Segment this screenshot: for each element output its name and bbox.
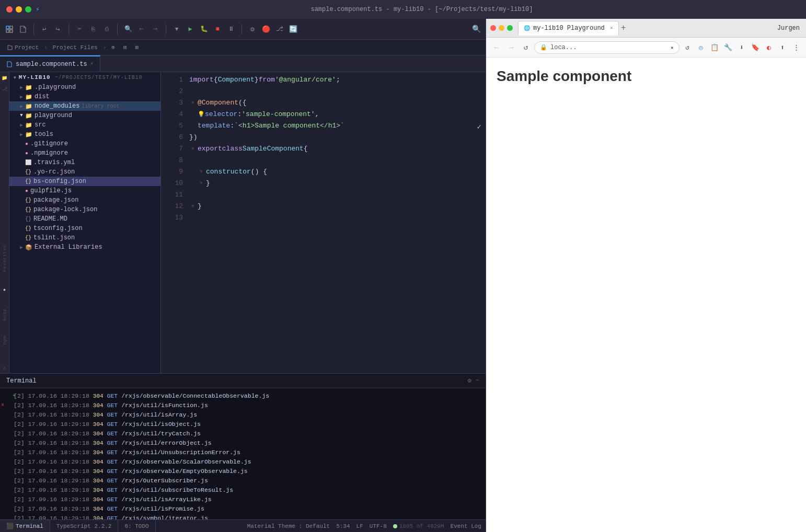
tree-item-tsconfig[interactable]: {} tsconfig.json <box>9 224 160 233</box>
debug-icon[interactable]: 🐛 <box>199 24 209 34</box>
browser-new-tab-btn[interactable]: + <box>621 24 626 33</box>
paste-icon[interactable]: ⎙ <box>101 24 112 34</box>
activity-project-icon[interactable]: 📁 <box>2 75 7 81</box>
activity-vcs-icon[interactable]: ⎇ <box>2 86 7 92</box>
angular-core-string: '@angular/core' <box>275 74 336 86</box>
alert-icon[interactable]: 🔴 <box>261 24 271 34</box>
run-button[interactable]: ▶ <box>185 24 195 34</box>
fold-btn-9[interactable]: ▼ <box>198 168 205 176</box>
browser-back-btn[interactable]: ← <box>490 41 503 54</box>
bottom-tab-terminal[interactable]: ⬛ Terminal <box>0 520 50 532</box>
tree-item-packageJson[interactable]: {} package.json <box>9 195 160 205</box>
search-icon[interactable]: 🔍 <box>123 24 133 34</box>
refresh-icon[interactable]: 🔄 <box>288 24 298 34</box>
tree-arrow-playground-dir: ▼ <box>18 113 25 118</box>
undo-icon[interactable]: ↩ <box>39 24 50 34</box>
pause-icon[interactable]: ⏸ <box>226 24 236 34</box>
activity-npm-label: npm <box>2 336 7 344</box>
tree-item-dist[interactable]: ▶ 📁 dist <box>9 92 160 101</box>
settings-icon[interactable]: ⚙ <box>247 24 258 34</box>
tree-root-header[interactable]: ▼ my-lib10 ~/Projects/test/my-lib10 <box>9 72 160 83</box>
stop-button[interactable]: ■ <box>212 24 223 34</box>
file-icon[interactable] <box>18 24 28 34</box>
tree-item-gitignore[interactable]: ● .gitignore <box>9 139 160 148</box>
term-line-13: [2] 17.09.16 18:29:18 304 GET /rxjs/util… <box>14 504 479 514</box>
copy-icon[interactable]: ⎘ <box>88 24 98 34</box>
status-theme[interactable]: Material Theme : Default <box>247 523 330 529</box>
back-icon[interactable]: ← <box>136 24 147 34</box>
browser-ext-icon-2[interactable]: ◎ <box>695 42 707 53</box>
browser-ext-icon-3[interactable]: 📋 <box>709 42 720 53</box>
nav-add[interactable]: ⊕ <box>108 43 118 52</box>
tree-root-arrow: ▼ <box>14 75 17 80</box>
terminal-settings-icon[interactable]: ⚙ <box>468 377 471 385</box>
browser-menu-btn[interactable]: ⋮ <box>790 42 802 53</box>
browser-ext-icon-6[interactable]: 🔖 <box>750 42 761 53</box>
term-add-icon: + <box>13 391 16 401</box>
redo-icon[interactable]: ↪ <box>53 24 63 34</box>
tree-label-readme: README.MD <box>33 215 67 223</box>
fold-btn-7[interactable]: ▼ <box>189 145 197 153</box>
cut-icon[interactable]: ✂ <box>74 24 85 34</box>
bottom-tab-todo[interactable]: 6: TODO <box>118 520 155 532</box>
nav-project[interactable]: Project <box>4 43 42 52</box>
tree-item-npmignore[interactable]: ● .npmignore <box>9 148 160 158</box>
status-position[interactable]: 5:34 <box>336 523 350 529</box>
forward-icon[interactable]: → <box>150 24 160 34</box>
browser-ext-icon-7[interactable]: ◐ <box>763 42 775 53</box>
minimize-button[interactable] <box>16 6 22 13</box>
code-line-11 <box>187 189 475 201</box>
status-event-log[interactable]: Event Log <box>451 523 481 529</box>
tree-item-packageLockJson[interactable]: {} package-lock.json <box>9 205 160 214</box>
file-tab-close-icon[interactable]: × <box>90 61 94 67</box>
tree-item-gulpfile[interactable]: ● gulpfile.js <box>9 186 160 195</box>
tree-item-tslint[interactable]: {} tslint.json <box>9 233 160 242</box>
tree-item-readme[interactable]: {} README.MD <box>9 214 160 224</box>
bottom-tab-typescript[interactable]: TypeScript 2.2.2 <box>50 520 119 532</box>
fold-btn-3[interactable]: ▼ <box>189 99 197 107</box>
fold-btn-12[interactable]: ▼ <box>189 203 197 210</box>
tree-item-tools[interactable]: ▶ 📁 tools <box>9 130 160 139</box>
close-button[interactable] <box>6 6 13 13</box>
browser-tab-close-icon[interactable]: × <box>610 26 613 31</box>
maximize-button[interactable] <box>25 6 31 13</box>
tree-item-external-libs[interactable]: ▶ 📦 External Libraries <box>9 242 160 252</box>
browser-ext-icon-5[interactable]: ⬇ <box>736 42 747 53</box>
tree-item-yoRcJson[interactable]: {} .yo-rc.json <box>9 167 160 177</box>
search-everywhere-icon[interactable]: 🔍 <box>471 24 481 34</box>
component-decorator: @Component <box>198 97 238 109</box>
tree-item-travis[interactable]: ⬜ .travis.yml <box>9 158 160 167</box>
nav-split[interactable]: ⊞ <box>120 43 130 52</box>
activity-star-icon[interactable]: ★ <box>3 286 6 293</box>
browser-min-btn[interactable] <box>499 25 504 31</box>
browser-reload-btn[interactable]: ↺ <box>520 41 532 54</box>
run-dropdown[interactable]: ▼ <box>171 24 182 34</box>
tree-arrow-external-libs: ▶ <box>18 245 25 250</box>
tree-item-playground[interactable]: ▶ 📁 .playground <box>9 83 160 92</box>
tree-item-playground-dir[interactable]: ▼ 📁 playground <box>9 111 160 120</box>
fold-btn-10[interactable]: ▼ <box>198 180 205 187</box>
browser-tab-playground[interactable]: 🌐 my-lib10 Playground × <box>518 21 619 36</box>
browser-ext-icon-4[interactable]: 🔧 <box>722 42 734 53</box>
browser-close-btn[interactable] <box>490 25 496 31</box>
tree-item-bsConfig[interactable]: {} bs-config.json <box>9 177 160 186</box>
tree-item-src[interactable]: ▶ 📁 src <box>9 120 160 130</box>
code-editor[interactable]: ✓ 1 2 3 4 5 6 7 8 9 10 <box>161 72 486 373</box>
browser-address-bar[interactable]: 🔒 loca... ★ <box>534 41 680 54</box>
status-line-format[interactable]: LF <box>356 523 363 529</box>
tree-item-node-modules[interactable]: ▶ 📁 node_modules library root <box>9 101 160 111</box>
nav-project-files[interactable]: Project Files <box>50 43 101 52</box>
nav-close[interactable]: ⊠ <box>132 43 142 52</box>
browser-forward-btn[interactable]: → <box>505 41 517 54</box>
browser-max-btn[interactable] <box>507 25 513 31</box>
project-icon[interactable] <box>4 24 15 34</box>
title-bar-icon: ⚡ <box>36 5 40 14</box>
vcs-icon[interactable]: ⎇ <box>274 24 285 34</box>
file-tab-sample-component[interactable]: sample.component.ts × <box>0 55 100 72</box>
terminal-minimize-icon[interactable]: − <box>476 377 479 385</box>
status-encoding[interactable]: UTF-8 <box>370 523 387 529</box>
tree-label-dist: dist <box>34 93 50 100</box>
browser-ext-icon-1[interactable]: ↺ <box>682 42 693 53</box>
terminal-content[interactable]: + [2] 17.09.16 18:29:18 304 GET /rxjs/ob… <box>0 388 486 519</box>
browser-ext-icon-8[interactable]: ⬆ <box>777 42 788 53</box>
